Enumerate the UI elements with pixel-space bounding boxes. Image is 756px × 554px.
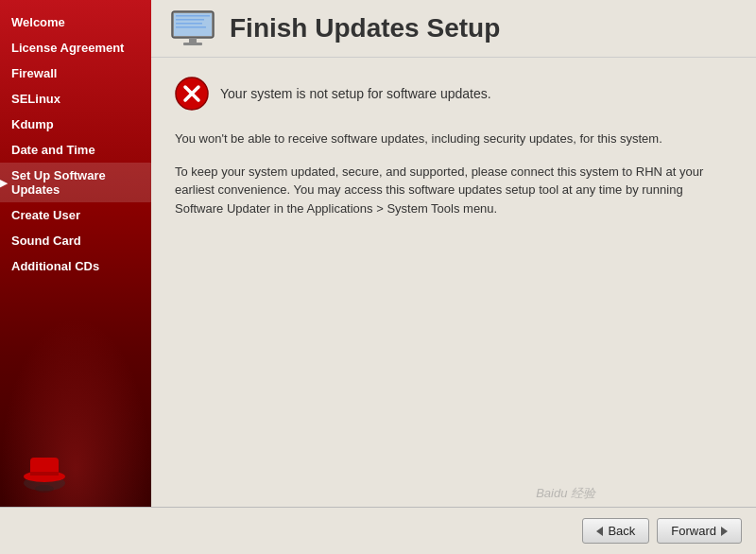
svg-rect-6 (174, 13, 212, 36)
svg-rect-3 (30, 472, 59, 476)
svg-rect-7 (176, 15, 210, 17)
sidebar-item-sound-card[interactable]: Sound Card (0, 228, 151, 253)
back-button[interactable]: Back (582, 518, 649, 544)
sidebar-item-additional-cds[interactable]: Additional CDs (0, 253, 151, 279)
sidebar-item-license[interactable]: License Agreement (0, 35, 151, 61)
sidebar-item-datetime[interactable]: Date and Time (0, 137, 151, 163)
sidebar: Welcome License Agreement Firewall SELin… (0, 0, 151, 507)
forward-arrow-icon (721, 527, 728, 536)
main-container: Welcome License Agreement Firewall SELin… (0, 0, 756, 507)
content-header: Finish Updates Setup (151, 0, 756, 58)
page-title: Finish Updates Setup (230, 13, 500, 43)
content-area: Finish Updates Setup Your system is not … (151, 0, 756, 507)
sidebar-item-software-updates[interactable]: Set Up Software Updates (0, 163, 151, 202)
back-label: Back (608, 524, 635, 538)
watermark: Baidu 经验 (536, 485, 595, 502)
svg-rect-9 (176, 23, 202, 25)
svg-rect-8 (176, 19, 204, 21)
monitor-icon (170, 9, 215, 47)
warning-row: Your system is not setup for software up… (175, 77, 732, 111)
footer: Baidu 经验 Back Forward (0, 507, 756, 554)
warning-message: Your system is not setup for software up… (220, 86, 491, 101)
svg-rect-10 (176, 26, 206, 28)
sidebar-item-kdump[interactable]: Kdump (0, 112, 151, 137)
error-icon (175, 77, 209, 111)
svg-rect-12 (183, 43, 202, 45)
sidebar-item-selinux[interactable]: SELinux (0, 86, 151, 112)
forward-label: Forward (671, 524, 716, 538)
svg-point-4 (35, 485, 54, 493)
sidebar-item-welcome[interactable]: Welcome (0, 9, 151, 35)
content-body: Your system is not setup for software up… (151, 58, 756, 507)
paragraph2: To keep your system updated, secure, and… (175, 163, 732, 218)
sidebar-item-create-user[interactable]: Create User (0, 202, 151, 228)
svg-rect-11 (189, 38, 197, 43)
back-arrow-icon (596, 527, 603, 536)
redhat-logo (19, 443, 71, 499)
paragraph1: You won't be able to receive software up… (175, 130, 732, 148)
forward-button[interactable]: Forward (657, 518, 742, 544)
sidebar-item-firewall[interactable]: Firewall (0, 61, 151, 86)
